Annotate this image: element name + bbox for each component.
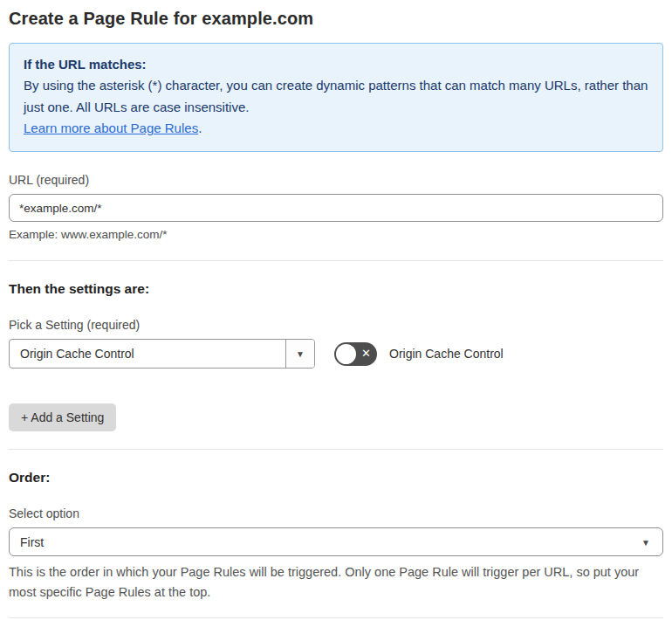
url-example-helper: Example: www.example.com/* (9, 228, 663, 241)
toggle-off-x-icon: ✕ (361, 348, 371, 359)
url-field-label: URL (required) (9, 173, 663, 187)
origin-cache-control-toggle[interactable]: ✕ (334, 342, 377, 366)
toggle-knob (336, 344, 356, 364)
link-suffix: . (198, 121, 202, 135)
setting-row: Origin Cache Control ▼ ✕ Origin Cache Co… (9, 339, 663, 369)
toggle-label: Origin Cache Control (389, 347, 504, 361)
setting-select-value: Origin Cache Control (10, 340, 285, 368)
info-box-link-line: Learn more about Page Rules. (24, 118, 648, 139)
info-box-body: By using the asterisk (*) character, you… (24, 75, 648, 118)
url-input[interactable] (9, 194, 663, 222)
order-helper-text: This is the order in which your Page Rul… (9, 562, 659, 602)
chevron-down-icon: ▼ (641, 537, 650, 547)
order-select-value: First (20, 535, 44, 549)
order-select[interactable]: First ▼ (9, 527, 663, 556)
settings-section-heading: Then the settings are: (9, 281, 663, 297)
divider (9, 449, 663, 450)
learn-more-link[interactable]: Learn more about Page Rules (24, 121, 198, 135)
info-box-heading: If the URL matches: (24, 54, 648, 75)
page-title: Create a Page Rule for example.com (9, 9, 663, 29)
order-section-heading: Order: (9, 470, 663, 486)
setting-select[interactable]: Origin Cache Control ▼ (9, 339, 315, 369)
add-setting-button[interactable]: + Add a Setting (9, 403, 116, 431)
chevron-down-icon[interactable]: ▼ (285, 340, 314, 368)
order-select-label: Select option (9, 506, 663, 520)
divider (9, 617, 663, 618)
url-match-info-box: If the URL matches: By using the asteris… (9, 43, 663, 152)
divider (9, 260, 663, 261)
pick-setting-label: Pick a Setting (required) (9, 318, 663, 332)
